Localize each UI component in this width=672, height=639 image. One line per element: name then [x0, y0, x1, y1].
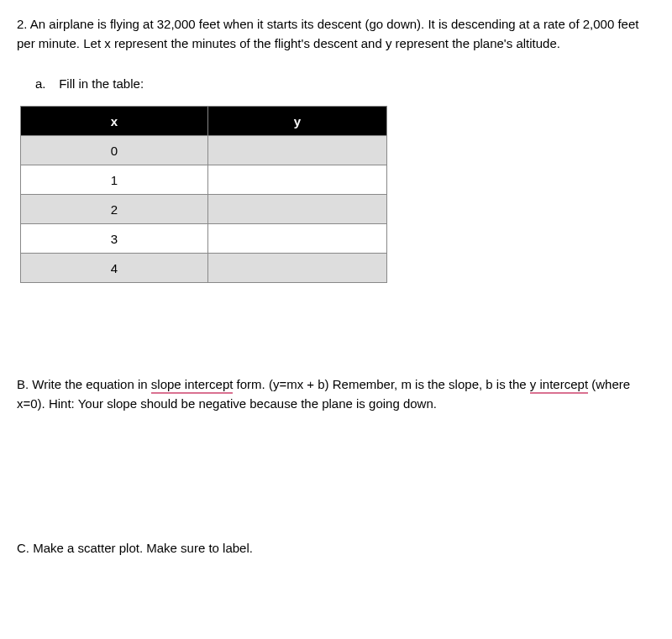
table-row: 1	[21, 165, 387, 195]
table-row: 4	[21, 254, 387, 283]
part-b: B. Write the equation in slope intercept…	[17, 375, 655, 413]
part-a: a. Fill in the table:	[35, 76, 655, 91]
part-b-mid: form. (y=mx + b) Remember, m is the slop…	[233, 377, 529, 391]
part-b-prefix: B. Write the equation in	[17, 377, 151, 391]
table-header-y: y	[208, 107, 387, 136]
table-cell-y	[208, 254, 387, 283]
data-table: x y 0 1 2 3 4	[20, 106, 387, 283]
table-row: 0	[21, 136, 387, 165]
table-cell-y	[208, 165, 387, 195]
table-row: 3	[21, 224, 387, 254]
table-cell-x: 3	[21, 224, 208, 254]
part-a-label: a.	[35, 76, 55, 91]
table-cell-x: 2	[21, 195, 208, 224]
part-a-text: Fill in the table:	[59, 76, 144, 91]
table-cell-x: 0	[21, 136, 208, 165]
table-cell-y	[208, 224, 387, 254]
table-row: 2	[21, 195, 387, 224]
table-cell-x: 1	[21, 165, 208, 195]
problem-statement: 2. An airplane is flying at 32,000 feet …	[17, 15, 655, 53]
part-c: C. Make a scatter plot. Make sure to lab…	[17, 539, 655, 558]
table-cell-x: 4	[21, 254, 208, 283]
table-cell-y	[208, 136, 387, 165]
table-header-x: x	[21, 107, 208, 136]
part-b-underlined-y-intercept: y intercept	[530, 377, 588, 394]
table-cell-y	[208, 195, 387, 224]
part-b-underlined-slope-intercept: slope intercept	[151, 377, 234, 394]
